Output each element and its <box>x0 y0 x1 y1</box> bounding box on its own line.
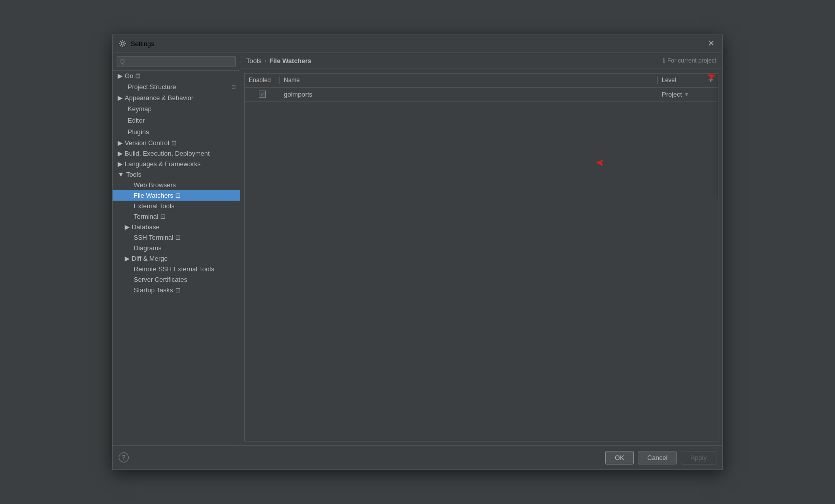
sidebar-item-keymap[interactable]: Keymap <box>113 103 240 115</box>
copy-icon: ⊡ <box>231 84 236 90</box>
col-name: Name <box>280 77 658 84</box>
sidebar-item-ssh-terminal[interactable]: SSH Terminal ⊡ <box>113 232 240 243</box>
sidebar-item-diff-merge[interactable]: ▶ Diff & Merge <box>113 253 240 264</box>
sidebar-item-diagrams[interactable]: Diagrams <box>113 243 240 253</box>
info-icon: ℹ <box>663 57 665 64</box>
sidebar-item-editor[interactable]: Editor <box>113 115 240 126</box>
sidebar-item-server-certs[interactable]: Server Certificates <box>113 274 240 285</box>
add-watcher-button[interactable]: + <box>704 74 718 88</box>
dialog-title: Settings <box>131 40 154 48</box>
row-enabled-cell: ✓ <box>245 91 280 98</box>
breadcrumb-separator: › <box>264 58 266 64</box>
chevron-right-icon: ▶ <box>118 94 123 102</box>
row-level-cell: Project ▼ <box>658 91 718 98</box>
sidebar-item-languages[interactable]: ▶ Languages & Frameworks <box>113 159 240 169</box>
main-content: Tools › File Watchers ℹ For current proj… <box>240 53 722 445</box>
dialog-titlebar: Settings ✕ <box>113 35 722 53</box>
chevron-right-icon: ▶ <box>118 150 123 157</box>
sidebar-item-startup-tasks[interactable]: Startup Tasks ⊡ <box>113 285 240 295</box>
col-enabled: Enabled <box>245 77 280 84</box>
ok-button[interactable]: OK <box>605 451 634 464</box>
project-label: ℹ For current project <box>663 57 716 64</box>
chevron-right-icon: ▶ <box>118 72 123 80</box>
sidebar-item-web-browsers[interactable]: Web Browsers <box>113 180 240 190</box>
chevron-right-icon: ▶ <box>125 255 130 262</box>
copy-icon: ⊡ <box>135 72 141 80</box>
sidebar-item-terminal[interactable]: Terminal ⊡ <box>113 211 240 222</box>
copy-icon: ⊡ <box>160 213 166 220</box>
sidebar-item-project-structure[interactable]: Project Structure ⊡ <box>113 81 240 93</box>
sidebar-item-file-watchers[interactable]: File Watchers ⊡ <box>113 190 240 201</box>
sidebar-item-remote-ssh[interactable]: Remote SSH External Tools <box>113 264 240 274</box>
level-dropdown-arrow[interactable]: ▼ <box>684 92 689 97</box>
copy-icon: ⊡ <box>175 192 181 199</box>
chevron-right-icon: ▶ <box>125 223 130 231</box>
arrow-to-goimports: ➤ <box>596 156 605 169</box>
sidebar-item-tools[interactable]: ▼ Tools <box>113 169 240 180</box>
sidebar-item-plugins[interactable]: Plugins <box>113 126 240 138</box>
breadcrumb-parent: Tools <box>246 57 261 65</box>
close-button[interactable]: ✕ <box>706 39 716 49</box>
chevron-down-icon: ▼ <box>118 171 124 178</box>
settings-dialog: Settings ✕ ▶ Go ⊡ Project Structure ⊡ <box>112 35 723 470</box>
cancel-button[interactable]: Cancel <box>638 451 677 464</box>
enabled-checkbox[interactable]: ✓ <box>259 91 266 98</box>
settings-icon <box>119 40 127 48</box>
dialog-footer: ? OK Cancel Apply <box>113 445 722 469</box>
copy-icon: ⊡ <box>171 139 177 147</box>
chevron-right-icon: ▶ <box>118 160 123 168</box>
table-header: Enabled Name Level + <box>245 74 718 88</box>
breadcrumb: Tools › File Watchers ℹ For current proj… <box>240 53 722 69</box>
search-input[interactable] <box>117 56 236 67</box>
copy-icon: ⊡ <box>175 286 181 294</box>
dialog-body: ▶ Go ⊡ Project Structure ⊡ ▶ Appearance … <box>113 53 722 445</box>
sidebar-item-go[interactable]: ▶ Go ⊡ <box>113 71 240 81</box>
sidebar-item-build[interactable]: ▶ Build, Execution, Deployment <box>113 148 240 159</box>
sidebar-item-database[interactable]: ▶ Database <box>113 222 240 232</box>
copy-icon: ⊡ <box>175 234 181 241</box>
row-name-cell: goimports <box>280 91 658 98</box>
help-button[interactable]: ? <box>119 452 129 462</box>
file-watchers-table: Enabled Name Level + ✓ goimports Project <box>244 73 718 441</box>
dialog-title-left: Settings <box>119 40 154 48</box>
sidebar-item-version-control[interactable]: ▶ Version Control ⊡ <box>113 138 240 148</box>
svg-point-0 <box>121 42 124 45</box>
search-box <box>113 53 240 71</box>
sidebar-item-appearance[interactable]: ▶ Appearance & Behavior <box>113 93 240 103</box>
table-row[interactable]: ✓ goimports Project ▼ <box>245 88 718 102</box>
apply-button[interactable]: Apply <box>681 451 716 464</box>
sidebar: ▶ Go ⊡ Project Structure ⊡ ▶ Appearance … <box>113 53 240 445</box>
chevron-right-icon: ▶ <box>118 139 123 147</box>
sidebar-item-external-tools[interactable]: External Tools <box>113 201 240 211</box>
breadcrumb-current: File Watchers <box>269 57 311 65</box>
